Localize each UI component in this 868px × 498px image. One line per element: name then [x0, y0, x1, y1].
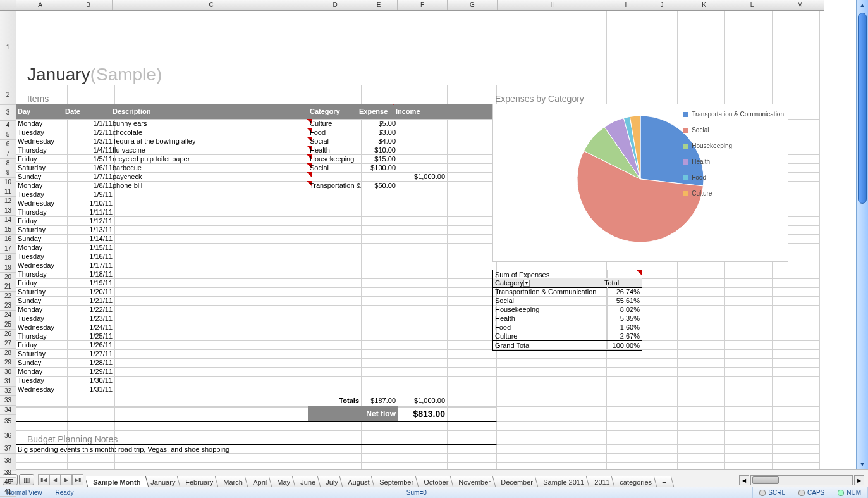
item-inc-33[interactable]	[394, 376, 448, 385]
item-exp-18[interactable]	[357, 243, 398, 252]
pivot-val-5[interactable]: 2.67%	[602, 332, 642, 341]
cell-M28[interactable]	[768, 332, 820, 341]
column-header-I[interactable]: I	[608, 0, 644, 10]
item-desc-12[interactable]	[111, 190, 312, 199]
item-inc-26[interactable]	[394, 314, 448, 323]
cell-G17[interactable]	[443, 234, 497, 244]
item-date-4[interactable]: 1/1/11	[63, 119, 115, 128]
row-header-18[interactable]: 18	[0, 254, 16, 263]
expenses-pie-chart[interactable]: Transportation & CommunicationSocialHous…	[492, 104, 788, 262]
item-desc-32[interactable]	[111, 367, 312, 377]
item-day-10[interactable]: Sunday	[16, 172, 68, 182]
r36c2[interactable]	[111, 406, 312, 422]
item-cat-24[interactable]	[308, 296, 362, 306]
item-inc-10[interactable]: $1,000.00	[394, 172, 448, 182]
item-cat-34[interactable]	[308, 385, 362, 394]
row-header-41[interactable]: 41	[0, 487, 16, 497]
cell-C37[interactable]	[111, 421, 312, 431]
item-inc-13[interactable]	[394, 199, 448, 208]
cell-M21[interactable]	[768, 270, 820, 279]
cell-J23[interactable]	[638, 287, 678, 297]
cell-A37[interactable]	[16, 421, 68, 431]
pivot-cat-5[interactable]: Culture	[492, 332, 608, 341]
cell-L25[interactable]	[721, 305, 773, 314]
item-day-14[interactable]: Thursday	[16, 208, 68, 217]
item-exp-10[interactable]	[357, 172, 398, 182]
item-inc-14[interactable]	[394, 208, 448, 217]
item-date-11[interactable]: 1/8/11	[63, 181, 115, 190]
item-date-18[interactable]: 1/15/11	[63, 243, 115, 252]
item-exp-6[interactable]: $4.00	[357, 137, 398, 146]
cell-I40[interactable]	[602, 453, 642, 463]
cell-H20[interactable]	[492, 261, 607, 270]
r36c0[interactable]	[16, 406, 68, 422]
cell-I33[interactable]	[602, 376, 642, 385]
cell-M29[interactable]	[768, 340, 820, 350]
cell-G26[interactable]	[443, 314, 497, 323]
item-date-32[interactable]: 1/29/11	[63, 367, 115, 377]
cell-K23[interactable]	[673, 287, 725, 297]
item-desc-10[interactable]: paycheck	[111, 172, 312, 182]
cell-I35[interactable]	[602, 394, 642, 407]
cell-G24[interactable]	[443, 296, 497, 306]
cell-M1[interactable]	[768, 10, 820, 85]
tab-nav-prev[interactable]: ◀	[49, 474, 61, 485]
item-date-34[interactable]: 1/31/11	[63, 385, 115, 394]
cell-K33[interactable]	[673, 376, 725, 385]
cell-I36[interactable]	[602, 406, 642, 422]
row-header-25[interactable]: 25	[0, 320, 16, 330]
item-day-4[interactable]: Monday	[16, 119, 68, 128]
row-header-12[interactable]: 12	[0, 197, 16, 206]
item-inc-6[interactable]	[394, 137, 448, 146]
item-inc-18[interactable]	[394, 243, 448, 252]
cell-G10[interactable]	[443, 172, 497, 182]
cell-J26[interactable]	[638, 314, 678, 323]
cell-H38[interactable]	[492, 430, 607, 445]
item-exp-32[interactable]	[357, 367, 398, 377]
item-exp-14[interactable]	[357, 208, 398, 217]
hscroll-right[interactable]: ▶	[854, 475, 864, 485]
cell-M40[interactable]	[768, 453, 820, 463]
column-header-F[interactable]: F	[398, 0, 448, 10]
cell-J29[interactable]	[638, 340, 678, 350]
cell-M25[interactable]	[768, 305, 820, 314]
vertical-scrollbar[interactable]: ▲ ▼	[856, 0, 868, 470]
row-header-22[interactable]: 22	[0, 292, 16, 301]
row-header-32[interactable]: 32	[0, 387, 16, 396]
item-day-7[interactable]: Thursday	[16, 146, 68, 155]
cell-K29[interactable]	[673, 340, 725, 350]
item-cat-23[interactable]	[308, 287, 362, 297]
item-exp-11[interactable]: $50.00	[357, 181, 398, 190]
item-day-22[interactable]: Friday	[16, 278, 68, 288]
item-day-6[interactable]: Wednesday	[16, 137, 68, 146]
cell-J22[interactable]	[638, 278, 678, 288]
cell-J25[interactable]	[638, 305, 678, 314]
item-exp-31[interactable]	[357, 358, 398, 368]
item-day-28[interactable]: Thursday	[16, 332, 68, 341]
cell-G40[interactable]	[443, 453, 497, 463]
item-day-25[interactable]: Monday	[16, 305, 68, 314]
cell-J38[interactable]	[638, 430, 678, 445]
pivot-val-0[interactable]: 26.74%	[602, 287, 642, 297]
item-date-22[interactable]: 1/19/11	[63, 278, 115, 288]
item-inc-11[interactable]	[394, 181, 448, 190]
cell-G29[interactable]	[443, 340, 497, 350]
item-inc-8[interactable]	[394, 154, 448, 164]
item-cat-26[interactable]	[308, 314, 362, 323]
item-exp-22[interactable]	[357, 278, 398, 288]
item-exp-4[interactable]: $5.00	[357, 119, 398, 128]
row-header-2[interactable]: 2	[0, 85, 16, 105]
row-header-6[interactable]: 6	[0, 140, 16, 149]
cell-G33[interactable]	[443, 376, 497, 385]
scroll-up-arrow[interactable]: ▲	[857, 0, 868, 10]
cell-M23[interactable]	[768, 287, 820, 297]
cell-B37[interactable]	[63, 421, 115, 431]
cell-G18[interactable]	[443, 243, 497, 252]
cell-M34[interactable]	[768, 385, 820, 394]
cell-G12[interactable]	[443, 190, 497, 199]
cell-K40[interactable]	[673, 453, 725, 463]
item-desc-30[interactable]	[111, 349, 312, 359]
cell-G25[interactable]	[443, 305, 497, 314]
item-inc-22[interactable]	[394, 278, 448, 288]
item-desc-4[interactable]: bunny ears	[111, 119, 312, 128]
